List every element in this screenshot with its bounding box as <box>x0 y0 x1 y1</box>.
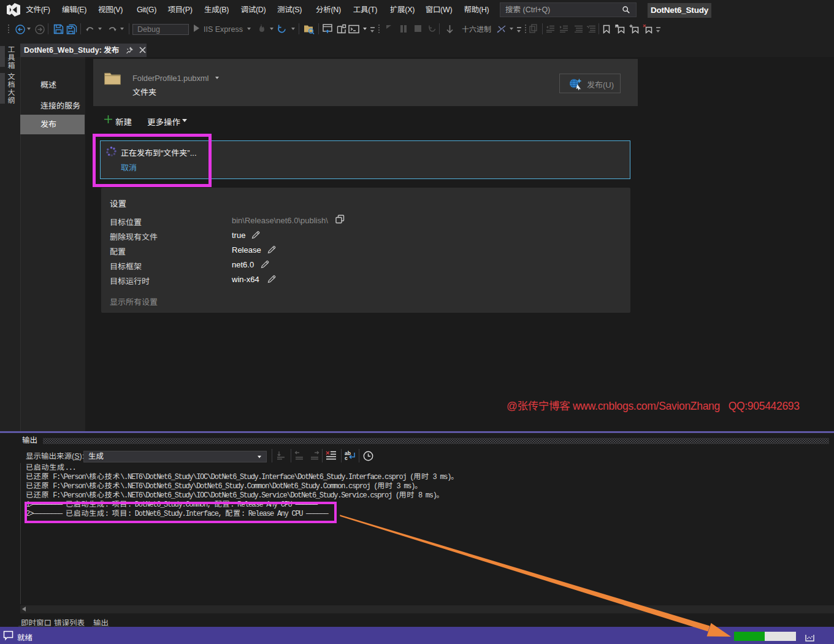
svg-text:c: c <box>345 455 348 461</box>
